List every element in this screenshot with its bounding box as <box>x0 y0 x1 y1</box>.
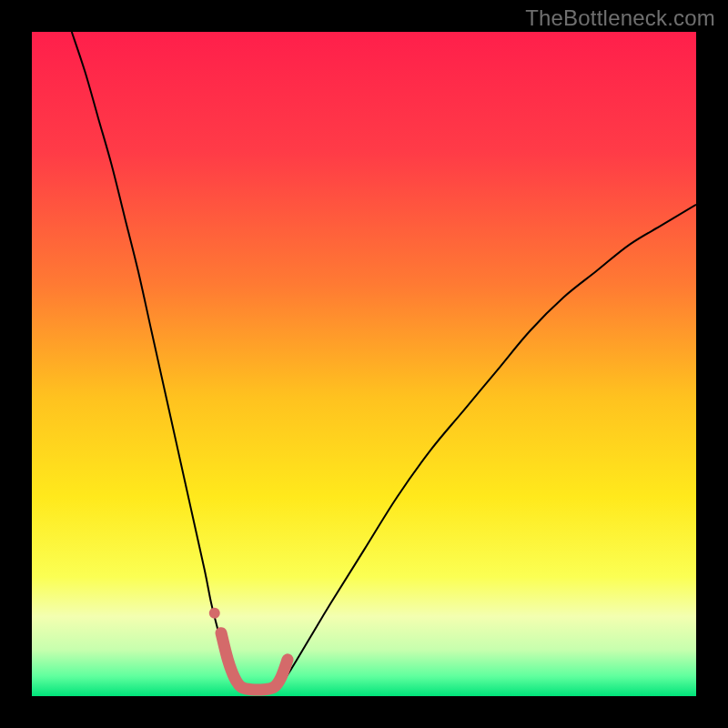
marker-dot <box>209 608 220 619</box>
chart-canvas: TheBottleneck.com <box>0 0 728 728</box>
curves-layer <box>32 32 696 696</box>
plot-area <box>32 32 696 696</box>
left-curve <box>72 32 238 690</box>
highlight-band <box>221 633 288 690</box>
right-curve <box>278 205 696 690</box>
watermark-label: TheBottleneck.com <box>525 5 715 31</box>
